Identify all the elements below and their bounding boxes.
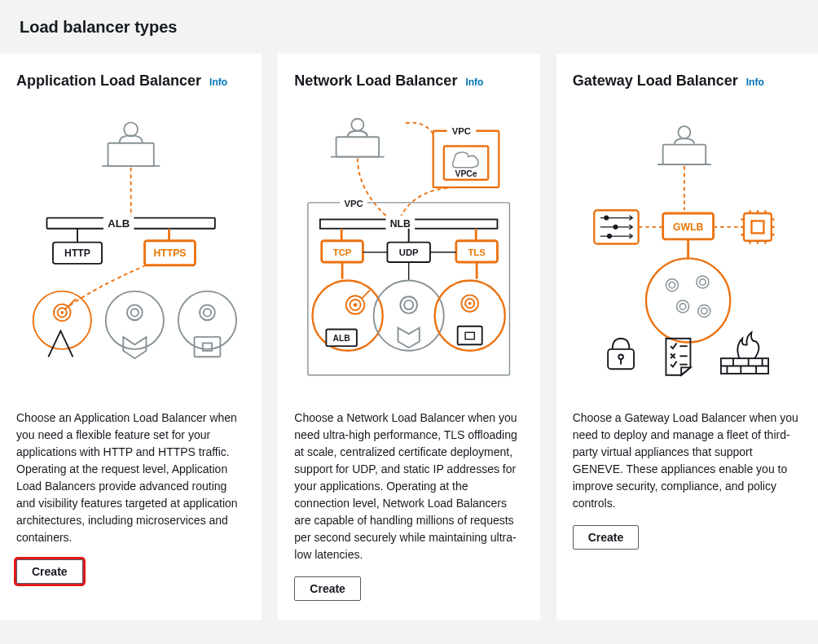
target-icon-3	[178, 291, 236, 357]
diagram-alb: ALB HTTP HTTPS	[16, 103, 245, 396]
create-button-alb[interactable]: Create	[16, 559, 83, 584]
svg-point-60	[678, 126, 690, 138]
card-nlb: Network Load Balancer Info VPC VPCe	[278, 54, 539, 620]
nlb-target-1: ALB	[313, 281, 383, 351]
card-alb-desc: Choose an Application Load Balancer when…	[16, 410, 245, 546]
gwlb-target-circle	[646, 258, 730, 342]
svg-point-18	[200, 305, 215, 321]
svg-point-55	[468, 302, 472, 305]
svg-rect-71	[751, 221, 763, 233]
svg-point-51	[404, 300, 413, 309]
alb-bar-label: ALB	[108, 217, 130, 230]
user-icon	[102, 122, 160, 165]
svg-point-90	[679, 304, 686, 310]
svg-point-19	[204, 309, 211, 316]
vpc-label-top: VPC	[452, 126, 471, 136]
gwlb-bar-label: GWLB	[673, 221, 703, 233]
diagram-gwlb: GWLB	[573, 103, 802, 396]
svg-point-49	[374, 281, 444, 351]
svg-point-50	[401, 296, 418, 313]
svg-point-12	[60, 311, 64, 314]
diagram-nlb: VPC VPCe VPC NLB	[294, 103, 523, 396]
svg-rect-0	[108, 143, 154, 166]
card-nlb-title: Network Load Balancer	[294, 70, 457, 92]
vpce-label: VPCe	[455, 169, 477, 178]
chip-icon	[741, 210, 774, 243]
svg-rect-58	[662, 145, 706, 164]
nlb-bar-label: NLB	[390, 218, 411, 230]
create-button-gwlb[interactable]: Create	[573, 525, 640, 550]
checklist-icon	[666, 339, 690, 375]
target-icon	[33, 291, 91, 357]
https-label: HTTPS	[154, 248, 187, 259]
card-gwlb-title: Gateway Load Balancer	[573, 70, 738, 92]
svg-point-85	[666, 279, 678, 291]
firewall-icon	[721, 332, 768, 374]
udp-label: UDP	[399, 248, 419, 257]
svg-point-94	[618, 354, 623, 359]
lock-icon	[608, 339, 634, 370]
nlb-target-2	[374, 281, 444, 351]
nlb-alb-label: ALB	[333, 334, 350, 343]
svg-point-15	[127, 305, 143, 321]
info-link-alb[interactable]: Info	[209, 75, 227, 90]
card-nlb-desc: Choose a Network Load Balancer when you …	[294, 410, 523, 563]
card-alb-title: Application Load Balancer	[16, 70, 201, 92]
tcp-label: TCP	[333, 248, 352, 257]
svg-rect-20	[194, 337, 220, 357]
svg-point-91	[697, 305, 710, 318]
svg-point-64	[614, 226, 618, 230]
svg-point-62	[605, 216, 609, 220]
page-title: Load balancer types	[0, 0, 818, 54]
svg-point-88	[699, 279, 706, 286]
card-alb: Application Load Balancer Info ALB	[0, 54, 262, 620]
svg-point-24	[352, 119, 364, 131]
svg-line-47	[363, 291, 370, 298]
info-link-nlb[interactable]: Info	[465, 75, 483, 90]
user-icon	[657, 126, 711, 164]
svg-point-2	[124, 122, 138, 136]
vpc-label-outer: VPC	[345, 199, 363, 208]
create-button-nlb[interactable]: Create	[294, 576, 361, 601]
svg-point-87	[697, 276, 709, 288]
tls-label: TLS	[468, 248, 486, 257]
info-link-gwlb[interactable]: Info	[746, 75, 764, 90]
user-icon	[331, 119, 385, 157]
svg-point-46	[354, 303, 358, 307]
card-gwlb: Gateway Load Balancer Info	[556, 54, 818, 620]
svg-line-13	[68, 299, 76, 306]
lb-type-grid: Application Load Balancer Info ALB	[0, 54, 818, 637]
target-icon-2	[106, 291, 164, 359]
card-gwlb-desc: Choose a Gateway Load Balancer when you …	[573, 410, 802, 512]
svg-point-89	[676, 300, 688, 313]
svg-rect-22	[336, 137, 380, 156]
svg-point-66	[607, 234, 611, 239]
svg-point-86	[669, 282, 675, 288]
svg-point-92	[701, 308, 707, 314]
nlb-target-3	[435, 281, 505, 351]
svg-rect-56	[458, 326, 482, 345]
http-label: HTTP	[64, 248, 90, 259]
svg-rect-70	[744, 213, 772, 241]
svg-point-16	[131, 309, 139, 316]
